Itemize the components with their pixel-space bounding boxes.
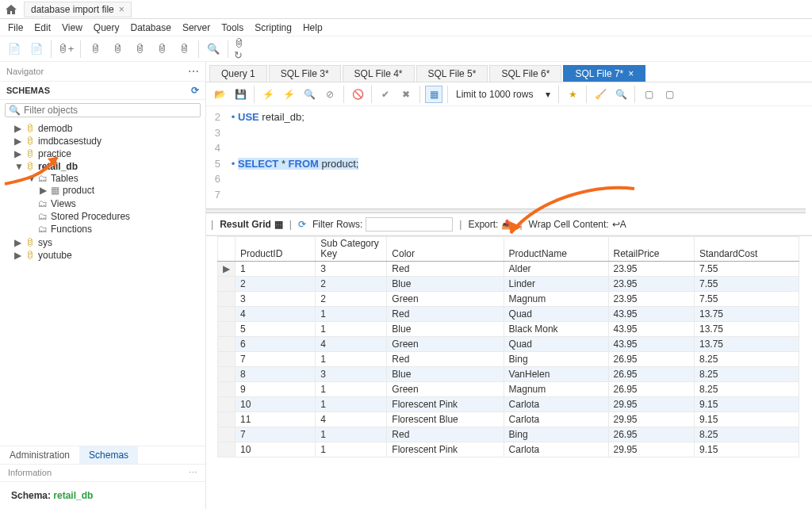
execute-line-icon[interactable]: ⚡ [280,86,297,103]
cell-rprice[interactable]: 23.95 [608,262,695,277]
cell-scost[interactable]: 7.55 [695,277,799,292]
favorite-icon[interactable]: ★ [564,86,581,103]
db-sys[interactable]: sys [38,237,52,248]
table-row[interactable]: 71RedBing26.958.25 [218,352,799,367]
filter-objects[interactable]: 🔍 [5,103,201,117]
cell-scost[interactable]: 9.15 [695,442,799,457]
table-row[interactable]: 71RedBing26.958.25 [218,427,799,442]
tab-sqlfile7[interactable]: SQL File 7*× [563,65,645,82]
folder-stored-procedures[interactable]: Stored Procedures [51,211,130,222]
tab-sqlfile5[interactable]: SQL File 5* [416,65,488,82]
panel-collapse-icon[interactable]: ⋯ [189,468,197,478]
col-standardcost[interactable]: StandardCost [695,237,799,262]
cell-rprice[interactable]: 26.95 [608,367,695,382]
cell-sck[interactable]: 1 [316,382,387,397]
cell-scost[interactable]: 7.55 [695,262,799,277]
cell-pid[interactable]: 11 [236,412,316,427]
filter-input[interactable] [24,105,197,116]
db-demodb[interactable]: demodb [38,123,72,134]
menu-tools[interactable]: Tools [221,22,243,33]
cell-rprice[interactable]: 29.95 [608,397,695,412]
cell-pid[interactable]: 5 [236,322,316,337]
cell-rprice[interactable]: 26.95 [608,427,695,442]
col-productid[interactable]: ProductID [236,237,316,262]
commit-icon[interactable]: ✔ [377,86,394,103]
cell-pid[interactable]: 10 [236,442,316,457]
cell-color[interactable]: Green [387,337,504,352]
tab-sqlfile4[interactable]: SQL File 4* [343,65,415,82]
cell-sck[interactable]: 1 [316,322,387,337]
row-selector[interactable] [218,307,236,322]
table-row[interactable]: 101Florescent PinkCarlota29.959.15 [218,442,799,457]
row-selector[interactable] [218,427,236,442]
row-selector[interactable] [218,382,236,397]
row-selector[interactable] [218,352,236,367]
cell-scost[interactable]: 8.25 [695,367,799,382]
col-color[interactable]: Color [387,237,504,262]
cell-color[interactable]: Red [387,352,504,367]
col-subcategorykey[interactable]: Sub Category Key [316,237,387,262]
toggle-panel2-icon[interactable]: ▢ [661,86,678,103]
close-icon[interactable]: × [119,4,124,15]
table-row[interactable]: ▶13RedAlder23.957.55 [218,262,799,277]
cell-pname[interactable]: Magnum [504,382,608,397]
save-icon[interactable]: 💾 [232,86,249,103]
cell-sck[interactable]: 2 [316,292,387,307]
explain-icon[interactable]: 🔍 [301,86,318,103]
table-row[interactable]: 22BlueLinder23.957.55 [218,277,799,292]
new-sql-file-icon[interactable]: 📄 [27,40,46,59]
cell-pid[interactable]: 8 [236,367,316,382]
tab-sqlfile6[interactable]: SQL File 6* [489,65,561,82]
cell-scost[interactable]: 13.75 [695,307,799,322]
tab-administration[interactable]: Administration [0,446,79,464]
tab-schemas[interactable]: Schemas [79,446,138,464]
cell-rprice[interactable]: 29.95 [608,442,695,457]
table-row[interactable]: 64GreenQuad43.9513.75 [218,337,799,352]
row-selector[interactable] [218,367,236,382]
execute-icon[interactable]: ⚡ [259,86,277,103]
refresh-icon[interactable]: ⟳ [191,85,199,96]
db-engineer-icon[interactable]: 🛢 [174,40,193,59]
col-retailprice[interactable]: RetailPrice [608,237,695,262]
cell-rprice[interactable]: 23.95 [608,277,695,292]
reconnect-icon[interactable]: 🛢↻ [233,40,252,59]
folder-views[interactable]: Views [51,198,76,209]
panel-collapse-icon[interactable]: ⋯ [188,65,199,78]
limit-rows[interactable]: Limit to 1000 rows▾ [453,89,553,100]
tab-query1[interactable]: Query 1 [209,65,267,82]
menu-query[interactable]: Query [94,22,120,33]
db-model-icon[interactable]: 🛢 [108,40,127,59]
cell-pid[interactable]: 7 [236,427,316,442]
cell-color[interactable]: Florescent Blue [387,412,504,427]
stop-icon[interactable]: ⊘ [321,86,339,103]
rollback-icon[interactable]: ✖ [397,86,415,103]
cell-pid[interactable]: 9 [236,382,316,397]
tab-sqlfile3[interactable]: SQL File 3* [269,65,341,82]
cell-pname[interactable]: Carlota [504,412,608,427]
find-icon[interactable]: 🔍 [612,86,630,103]
db-retail-db[interactable]: retail_db [38,161,78,172]
cell-pname[interactable]: Quad [504,307,608,322]
menu-edit[interactable]: Edit [34,22,51,33]
row-selector[interactable] [218,442,236,457]
cell-pid[interactable]: 4 [236,307,316,322]
cell-rprice[interactable]: 43.95 [608,307,695,322]
open-icon[interactable]: 📂 [211,86,228,103]
cell-color[interactable]: Blue [387,322,504,337]
cell-rprice[interactable]: 43.95 [608,337,695,352]
menu-scripting[interactable]: Scripting [255,22,292,33]
cell-pname[interactable]: Linder [504,277,608,292]
row-selector[interactable]: ▶ [218,262,236,277]
autocommit-icon[interactable]: ▦ [425,86,442,103]
cell-pname[interactable]: Magnum [504,292,608,307]
cell-pid[interactable]: 2 [236,277,316,292]
cell-scost[interactable]: 7.55 [695,292,799,307]
cell-pname[interactable]: VanHelen [504,367,608,382]
cell-scost[interactable]: 8.25 [695,427,799,442]
cell-pname[interactable]: Carlota [504,442,608,457]
cell-scost[interactable]: 13.75 [695,337,799,352]
cell-color[interactable]: Green [387,292,504,307]
cell-scost[interactable]: 13.75 [695,322,799,337]
col-productname[interactable]: ProductName [504,237,608,262]
cell-sck[interactable]: 3 [316,262,387,277]
